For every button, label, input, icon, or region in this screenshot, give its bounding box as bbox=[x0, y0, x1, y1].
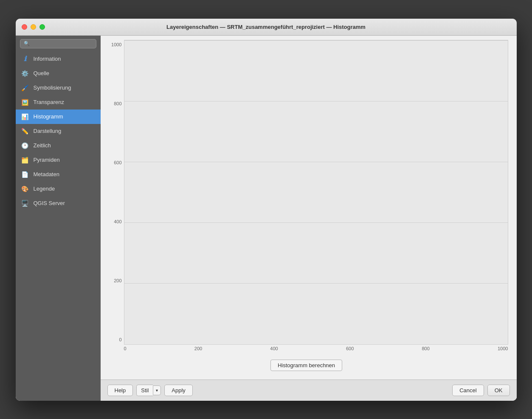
histogramm-icon: 📊 bbox=[21, 112, 29, 121]
chart-plot: 0 200 400 600 800 1000 bbox=[124, 40, 508, 351]
chart-action-row: Histogramm berechnen bbox=[105, 351, 508, 375]
grid-line-top bbox=[124, 40, 508, 41]
search-icon: 🔍 bbox=[24, 41, 30, 46]
pyramiden-icon: 🗂️ bbox=[21, 156, 29, 164]
y-label-0: 0 bbox=[119, 337, 121, 342]
sidebar-label-qgis-server: QGIS Server bbox=[34, 200, 65, 206]
chart-area: 1000 800 600 400 200 0 bbox=[101, 36, 517, 380]
ok-button[interactable]: OK bbox=[487, 385, 510, 396]
x-label-1000: 1000 bbox=[498, 346, 508, 351]
window-title: Layereigenschaften — SRTM_zusammengeführ… bbox=[166, 24, 366, 30]
sidebar-label-transparenz: Transparenz bbox=[34, 99, 65, 105]
metadaten-icon: 📄 bbox=[21, 170, 29, 179]
sidebar-label-histogramm: Histogramm bbox=[34, 113, 63, 120]
x-label-600: 600 bbox=[346, 346, 354, 351]
symbolisierung-icon: 🖌️ bbox=[21, 84, 29, 92]
sidebar-item-metadaten[interactable]: 📄 Metadaten bbox=[16, 167, 101, 182]
sidebar-label-information: Information bbox=[34, 56, 61, 62]
bottom-bar: Help Stil ▾ Apply Cancel OK bbox=[101, 380, 517, 401]
close-button[interactable] bbox=[22, 24, 27, 30]
sidebar-item-zeitlich[interactable]: 🕐 Zeitlich bbox=[16, 138, 101, 153]
sidebar-item-transparenz[interactable]: 🖼️ Transparenz bbox=[16, 95, 101, 110]
sidebar-item-histogramm[interactable]: 📊 Histogramm bbox=[16, 110, 101, 124]
sidebar-item-quelle[interactable]: ⚙️ Quelle bbox=[16, 66, 101, 81]
sidebar-item-pyramiden[interactable]: 🗂️ Pyramiden bbox=[16, 153, 101, 167]
y-axis: 1000 800 600 400 200 0 bbox=[105, 40, 124, 351]
stil-button-group: Stil ▾ bbox=[136, 385, 161, 396]
search-bar[interactable]: 🔍 bbox=[20, 39, 96, 48]
sidebar-item-qgis-server[interactable]: 🖥️ QGIS Server bbox=[16, 196, 101, 211]
information-icon: ℹ bbox=[21, 55, 29, 63]
sidebar-item-symbolisierung[interactable]: 🖌️ Symbolisierung bbox=[16, 81, 101, 95]
x-axis: 0 200 400 600 800 1000 bbox=[124, 345, 508, 351]
y-label-800: 800 bbox=[114, 101, 121, 106]
x-label-200: 200 bbox=[194, 346, 202, 351]
zeitlich-icon: 🕐 bbox=[21, 141, 29, 150]
window-controls bbox=[22, 24, 45, 30]
sidebar: 🔍 ℹ Information ⚙️ Quelle 🖌️ Symbolisier… bbox=[16, 36, 101, 401]
search-input[interactable] bbox=[32, 41, 93, 47]
grid-line-60 bbox=[124, 162, 508, 162]
sidebar-label-metadaten: Metadaten bbox=[34, 171, 59, 177]
quelle-icon: ⚙️ bbox=[21, 69, 29, 78]
x-label-0: 0 bbox=[124, 346, 127, 351]
grid-line-40 bbox=[124, 222, 508, 223]
y-label-400: 400 bbox=[114, 219, 121, 224]
sidebar-label-darstellung: Darstellung bbox=[34, 128, 62, 134]
x-label-800: 800 bbox=[422, 346, 429, 351]
darstellung-icon: ✏️ bbox=[21, 127, 29, 135]
apply-button[interactable]: Apply bbox=[164, 385, 193, 396]
titlebar: Layereigenschaften — SRTM_zusammengeführ… bbox=[16, 19, 517, 36]
chart-container: 1000 800 600 400 200 0 bbox=[105, 40, 508, 351]
minimize-button[interactable] bbox=[31, 24, 36, 30]
main-window: Layereigenschaften — SRTM_zusammengeführ… bbox=[16, 19, 517, 401]
maximize-button[interactable] bbox=[39, 24, 45, 30]
stil-dropdown-button[interactable]: ▾ bbox=[153, 385, 161, 395]
stil-main-button[interactable]: Stil bbox=[136, 385, 153, 396]
main-panel: 1000 800 600 400 200 0 bbox=[101, 36, 517, 401]
sidebar-label-zeitlich: Zeitlich bbox=[34, 142, 51, 149]
legende-icon: 🎨 bbox=[21, 185, 29, 193]
grid-line-20 bbox=[124, 283, 508, 284]
chart-grid bbox=[124, 40, 508, 345]
sidebar-item-darstellung[interactable]: ✏️ Darstellung bbox=[16, 124, 101, 138]
y-label-1000: 1000 bbox=[111, 42, 121, 47]
x-label-400: 400 bbox=[270, 346, 278, 351]
grid-line-80 bbox=[124, 101, 508, 101]
sidebar-item-information[interactable]: ℹ Information bbox=[16, 52, 101, 66]
transparenz-icon: 🖼️ bbox=[21, 98, 29, 107]
sidebar-label-quelle: Quelle bbox=[34, 70, 50, 76]
y-label-200: 200 bbox=[114, 278, 121, 283]
calculate-histogram-button[interactable]: Histogramm berechnen bbox=[270, 360, 342, 371]
qgis-server-icon: 🖥️ bbox=[21, 199, 29, 208]
sidebar-item-legende[interactable]: 🎨 Legende bbox=[16, 182, 101, 196]
content-area: 🔍 ℹ Information ⚙️ Quelle 🖌️ Symbolisier… bbox=[16, 36, 517, 401]
y-label-600: 600 bbox=[114, 160, 121, 165]
sidebar-label-legende: Legende bbox=[34, 186, 55, 192]
help-button[interactable]: Help bbox=[107, 385, 133, 396]
cancel-button[interactable]: Cancel bbox=[452, 385, 484, 396]
grid-line-bottom bbox=[124, 344, 508, 345]
sidebar-label-pyramiden: Pyramiden bbox=[34, 157, 60, 163]
sidebar-label-symbolisierung: Symbolisierung bbox=[34, 84, 71, 91]
